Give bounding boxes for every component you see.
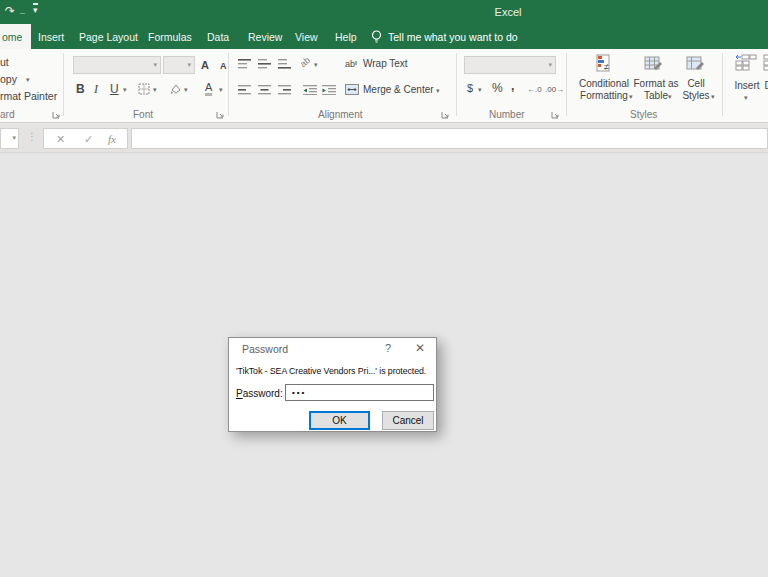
insert-cells-icon[interactable] [735, 54, 757, 74]
increase-decimal-icon[interactable]: ←.0 [527, 83, 542, 97]
tab-formulas[interactable]: Formulas [148, 24, 192, 49]
tell-me-box[interactable]: Tell me what you want to do [388, 24, 518, 49]
tab-review[interactable]: Review [248, 24, 282, 49]
alignment-dialog-launcher-icon[interactable] [441, 110, 450, 119]
italic-button[interactable]: I [94, 82, 98, 96]
cancel-entry-icon[interactable]: ✕ [56, 132, 65, 147]
accounting-dropdown-icon[interactable]: ▾ [478, 86, 482, 94]
bold-button[interactable]: B [76, 82, 85, 96]
password-label: Password: [236, 388, 283, 399]
conditional-formatting-line1[interactable]: Conditional [576, 78, 632, 89]
drag-handle-icon[interactable]: ⋮ [27, 131, 37, 142]
align-middle-icon[interactable] [258, 59, 271, 69]
font-color-dropdown-icon[interactable]: ▾ [219, 86, 223, 94]
cell-styles-icon[interactable] [686, 54, 706, 74]
number-dialog-launcher-icon[interactable] [551, 110, 560, 119]
merge-center-icon[interactable] [345, 84, 359, 95]
protected-message: 'TikTok - SEA Creative Vendors Pri...' i… [236, 365, 426, 376]
ok-button[interactable]: OK [309, 411, 370, 430]
copy-dropdown-icon[interactable]: ▾ [26, 76, 30, 84]
password-dialog: Password ? ✕ 'TikTok - SEA Creative Vend… [228, 337, 437, 432]
tab-view[interactable]: View [295, 24, 318, 49]
font-color-icon[interactable]: A [205, 81, 212, 96]
number-format-combo[interactable]: ▾ [464, 56, 556, 74]
group-separator [566, 53, 567, 116]
redo-icon[interactable]: ↷ [5, 3, 15, 19]
tab-help[interactable]: Help [335, 24, 357, 49]
shrink-font-icon[interactable]: A [220, 59, 227, 73]
copy-button[interactable]: opy [0, 73, 17, 85]
format-painter-button[interactable]: rmat Painter [0, 90, 57, 102]
format-as-table-line1[interactable]: Format as [630, 78, 682, 89]
close-icon[interactable]: ✕ [412, 341, 428, 355]
orientation-dropdown-icon[interactable]: ▾ [314, 61, 318, 69]
cell-styles-line2[interactable]: Styles [676, 90, 716, 101]
format-as-table-icon[interactable] [644, 54, 664, 74]
delete-cells-button[interactable]: D [763, 80, 768, 91]
decrease-indent-icon[interactable] [303, 85, 317, 95]
dropdown-icon[interactable]: ▾ [153, 61, 157, 69]
name-box-dropdown-icon[interactable]: ▾ [12, 134, 16, 142]
enter-entry-icon[interactable]: ✓ [84, 132, 93, 147]
wrap-text-icon[interactable]: ab [345, 58, 359, 70]
tab-home[interactable]: ome [0, 24, 31, 49]
title-bar: ↷ – ▾ Excel [0, 0, 768, 24]
alignment-group-label: Alignment [318, 109, 362, 120]
lightbulb-icon [370, 29, 383, 44]
comma-style-button[interactable]: , [511, 79, 514, 93]
cancel-button[interactable]: Cancel [382, 411, 434, 430]
help-icon[interactable]: ? [381, 342, 395, 354]
cell-styles-dropdown-icon[interactable]: ▾ [711, 93, 715, 101]
clipboard-dialog-launcher-icon[interactable] [52, 110, 61, 119]
fill-color-icon[interactable] [169, 83, 182, 95]
fill-color-dropdown-icon[interactable]: ▾ [184, 86, 188, 94]
font-dialog-launcher-icon[interactable] [216, 110, 225, 119]
dropdown-icon[interactable]: ▾ [548, 61, 552, 69]
font-size-combo[interactable]: ▾ [163, 56, 195, 74]
formula-input[interactable] [131, 128, 768, 149]
app-title: Excel [453, 0, 563, 24]
insert-function-icon[interactable]: fx [108, 132, 116, 147]
borders-icon[interactable] [138, 83, 150, 95]
password-input[interactable] [285, 384, 434, 401]
conditional-formatting-line2[interactable]: Formatting [576, 90, 632, 101]
accounting-format-button[interactable]: $ [467, 81, 473, 95]
name-box[interactable]: ▾ [0, 128, 19, 149]
insert-cells-dropdown-icon[interactable]: ▾ [744, 94, 748, 102]
align-left-icon[interactable] [238, 85, 251, 95]
dialog-title: Password [242, 343, 288, 355]
customize-quick-access-icon[interactable]: ▾ [33, 3, 38, 14]
tab-page-layout[interactable]: Page Layout [79, 24, 138, 49]
percent-style-button[interactable]: % [492, 81, 503, 95]
svg-text:≠: ≠ [604, 62, 609, 72]
merge-center-dropdown-icon[interactable]: ▾ [436, 87, 440, 95]
insert-cells-button[interactable]: Insert [732, 80, 762, 91]
conditional-formatting-icon[interactable]: ≠ [596, 54, 614, 74]
align-right-icon[interactable] [278, 85, 291, 95]
styles-group-label: Styles [630, 109, 657, 120]
font-name-combo[interactable]: ▾ [73, 56, 161, 74]
underline-button[interactable]: U [110, 82, 119, 96]
format-as-table-dropdown-icon[interactable]: ▾ [668, 93, 672, 101]
dropdown-icon[interactable]: ▾ [187, 61, 191, 69]
wrap-text-button[interactable]: Wrap Text [363, 58, 408, 69]
tab-insert[interactable]: Insert [38, 24, 64, 49]
merge-center-button[interactable]: Merge & Center [363, 84, 434, 95]
delete-cells-icon[interactable] [763, 54, 768, 74]
tab-data[interactable]: Data [207, 24, 229, 49]
group-separator [456, 53, 457, 116]
cell-styles-line1[interactable]: Cell [676, 78, 716, 89]
underline-dropdown-icon[interactable]: ▾ [123, 86, 127, 94]
password-label-rest: assword: [243, 388, 283, 399]
align-bottom-icon[interactable] [278, 59, 291, 69]
orientation-icon[interactable]: ab [297, 53, 314, 70]
format-as-table-line2[interactable]: Table [630, 90, 682, 101]
cut-button[interactable]: ut [0, 56, 9, 68]
grow-font-icon[interactable]: A [201, 58, 209, 72]
increase-indent-icon[interactable] [322, 85, 336, 95]
borders-dropdown-icon[interactable]: ▾ [153, 86, 157, 94]
ribbon-tab-row: ome Insert Page Layout Formulas Data Rev… [0, 24, 768, 49]
align-center-icon[interactable] [258, 85, 271, 95]
align-top-icon[interactable] [238, 59, 251, 69]
decrease-decimal-icon[interactable]: .00→ [545, 83, 564, 97]
